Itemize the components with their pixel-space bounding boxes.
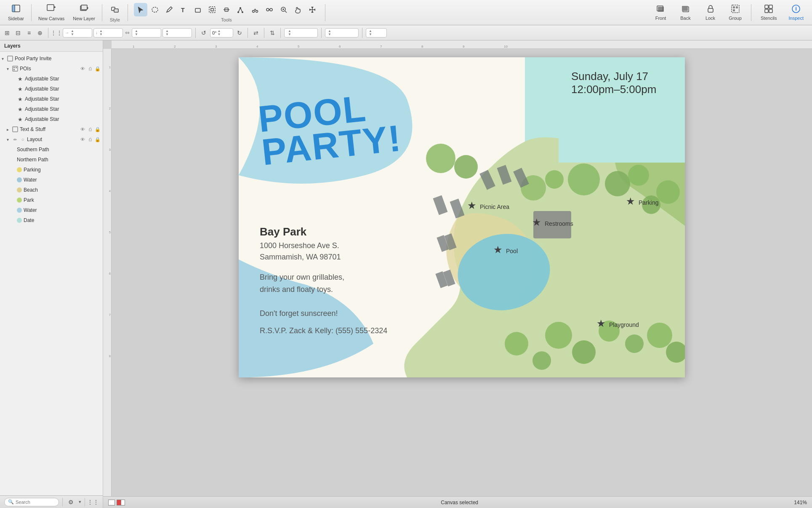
layer-item-southpath[interactable]: Southern Path: [0, 144, 103, 155]
svg-rect-41: [733, 9, 735, 11]
flip-v-icon[interactable]: ⇅: [268, 28, 277, 37]
layout-visibility-btn[interactable]: 👁: [79, 136, 86, 143]
inspect-button[interactable]: i Inspect: [784, 3, 809, 22]
textstuff-lock-btn[interactable]: 🔒: [94, 126, 101, 133]
layer-item-canvas[interactable]: Pool Party Invite: [0, 53, 103, 64]
layer-item-star-1[interactable]: Adjustable Star: [0, 74, 103, 84]
sidebar-button[interactable]: Sidebar: [3, 2, 29, 23]
layer-item-date[interactable]: Date: [0, 215, 103, 225]
text-tool[interactable]: T: [177, 3, 190, 16]
layer-item-star-5[interactable]: Adjustable Star: [0, 114, 103, 124]
group-button[interactable]: Group: [724, 3, 747, 22]
layer-item-star-3[interactable]: Adjustable Star: [0, 94, 103, 104]
join-tool[interactable]: [263, 3, 276, 16]
layer-add-icon[interactable]: ⊕: [35, 28, 45, 37]
style-label: Style: [110, 16, 120, 22]
stencils-icon: [764, 4, 773, 16]
main-area: Layers Pool Party Invite POIs 👁 ⎙: [0, 40, 812, 508]
width-control[interactable]: ▲▼: [132, 28, 161, 37]
expand-canvas-icon[interactable]: [2, 56, 7, 61]
rotate-ccw-icon[interactable]: ↺: [199, 28, 208, 37]
canvas[interactable]: ★ Picnic Area ★ Restrooms ★ Pool ★ Parki…: [239, 57, 685, 377]
layer-item-park[interactable]: Park: [0, 195, 103, 205]
new-canvas-button[interactable]: New Canvas: [34, 2, 69, 23]
pois-lock-btn[interactable]: 🔒: [94, 65, 101, 72]
y-position-control[interactable]: ↓ ▲▼: [93, 28, 123, 37]
canvas-box-white[interactable]: [108, 500, 115, 505]
textstuff-print-btn[interactable]: ⎙: [87, 126, 93, 133]
new-layer-button[interactable]: New Layer: [69, 2, 99, 23]
align-tool[interactable]: [220, 3, 233, 16]
opacity-control[interactable]: ▲▼: [284, 28, 318, 37]
back-button[interactable]: Back: [674, 3, 697, 22]
layer-item-water2[interactable]: Water: [0, 205, 103, 215]
pan-tool[interactable]: [306, 3, 319, 16]
hand-tool[interactable]: [291, 3, 305, 16]
expand-pois-icon[interactable]: [7, 67, 12, 71]
search-input[interactable]: [16, 500, 49, 505]
svg-text:i: i: [796, 6, 797, 12]
layer-item-beach[interactable]: Beach: [0, 185, 103, 195]
stencils-button[interactable]: Stencils: [756, 3, 782, 22]
layer-item-star-2[interactable]: Adjustable Star: [0, 84, 103, 94]
layout-lock-btn[interactable]: 🔒: [94, 136, 101, 143]
lock-button[interactable]: Lock: [699, 3, 722, 22]
front-button[interactable]: Front: [649, 3, 672, 22]
layer-item-pois[interactable]: POIs 👁 ⎙ 🔒: [0, 64, 103, 74]
pois-print-btn[interactable]: ⎙: [87, 65, 93, 72]
expand-layout-icon[interactable]: [7, 137, 12, 142]
shape-tool[interactable]: [191, 3, 205, 16]
rsvp-text: R.S.V.P. Zack & Kelly: (555) 555-2324: [260, 326, 403, 335]
tools-section: T: [130, 3, 322, 22]
blend-control[interactable]: ▲▼: [366, 28, 387, 37]
textstuff-visibility-btn[interactable]: 👁: [79, 126, 86, 133]
canvas-icon: [7, 55, 13, 62]
style-control[interactable]: ▲▼: [325, 28, 359, 37]
ruler-mark-10: 10: [504, 45, 508, 48]
star3-name: Adjustable Star: [25, 96, 101, 102]
x-position-control[interactable]: → ▲▼: [63, 28, 92, 37]
canvas-area[interactable]: 1 2 3 4 5 6 7 8 9 10 1 2 3 4 5 6 7 8: [103, 40, 812, 508]
pois-visibility-btn[interactable]: 👁: [79, 65, 86, 72]
expand-textstuff-icon[interactable]: [7, 127, 12, 132]
layer-item-parking[interactable]: Parking: [0, 165, 103, 175]
layer-item-layout[interactable]: ○ Layout 👁 ⎙ 🔒: [0, 134, 103, 144]
t2-separator-6: [321, 28, 322, 38]
pen-tool[interactable]: [162, 3, 176, 16]
layer-list-icon[interactable]: ⊞: [3, 28, 12, 37]
layer-item-water1[interactable]: Water: [0, 175, 103, 185]
layer-item-textstuff[interactable]: Text & Stuff 👁 ⎙ 🔒: [0, 124, 103, 134]
svg-text:★: ★: [596, 318, 606, 329]
sidebar-label: Sidebar: [8, 16, 24, 21]
svg-text:Playground: Playground: [609, 321, 639, 328]
tools-group: T: [130, 3, 322, 16]
style-btn-1[interactable]: [108, 3, 122, 16]
node-tool[interactable]: [234, 3, 248, 16]
canvas-wrapper[interactable]: ★ Picnic Area ★ Restrooms ★ Pool ★ Parki…: [112, 49, 812, 508]
bottom-sep-1: [62, 498, 63, 506]
search-box[interactable]: 🔍: [4, 498, 59, 506]
flip-h-icon[interactable]: ⇄: [251, 28, 261, 37]
layout-print-btn[interactable]: ⎙: [87, 136, 93, 143]
transform-tool[interactable]: [205, 3, 219, 16]
rotation-control[interactable]: 0° ▲▼: [210, 28, 233, 37]
svg-rect-14: [195, 8, 200, 12]
date-line1: Sunday, July 17: [571, 70, 648, 83]
settings-icon[interactable]: ⚙: [66, 497, 75, 507]
ruler-vmark-2: 2: [109, 107, 111, 110]
svg-text:Picnic Area: Picnic Area: [480, 203, 509, 210]
zoom-tool[interactable]: [277, 3, 290, 16]
rotate-cw-icon[interactable]: ↻: [235, 28, 244, 37]
pointer-tool[interactable]: [134, 3, 147, 16]
scissors-tool[interactable]: [248, 3, 262, 16]
layer-grid-icon[interactable]: ⊟: [13, 28, 23, 37]
height-control[interactable]: ▲▼: [162, 28, 192, 37]
svg-point-20: [237, 11, 239, 13]
canvas-box-colored[interactable]: [117, 500, 125, 505]
venue-address: 1000 Horseshoe Ave S. Sammamish, WA 9870…: [260, 240, 403, 263]
layer-options-icon[interactable]: ≡: [24, 28, 34, 37]
lasso-tool[interactable]: [148, 3, 162, 16]
layer-item-star-4[interactable]: Adjustable Star: [0, 104, 103, 114]
layer-item-northpath[interactable]: Northern Path: [0, 155, 103, 165]
settings-chevron[interactable]: ▾: [79, 499, 81, 505]
